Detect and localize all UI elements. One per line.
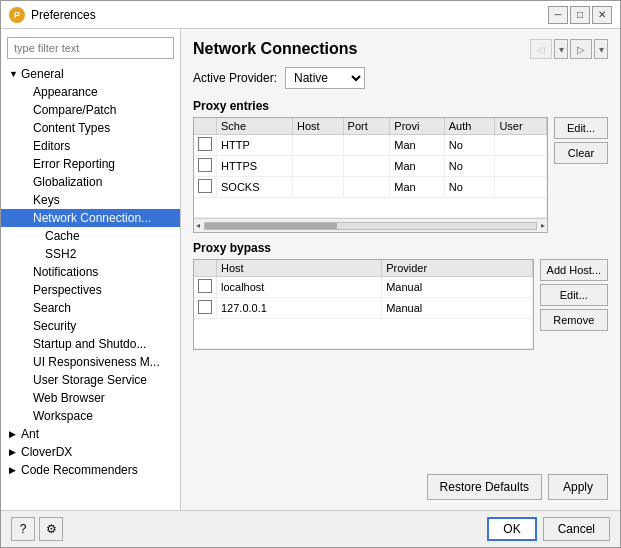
- sidebar-item-search[interactable]: Search: [1, 299, 180, 317]
- row-host: [293, 177, 344, 198]
- table-row: HTTPS Man No: [194, 156, 547, 177]
- sidebar-item-label: SSH2: [45, 247, 176, 261]
- sidebar-item-network-connections[interactable]: Network Connection...: [1, 209, 180, 227]
- preferences-window: P Preferences ─ □ ✕ ▼ General Appearance…: [0, 0, 621, 548]
- proxy-table-scrollbar[interactable]: ◂ ▸: [194, 218, 547, 232]
- bypass-table-wrap: Host Provider localhost Manual: [193, 259, 534, 350]
- bypass-section: Proxy bypass Host Provider: [193, 241, 608, 500]
- sidebar-item-editors[interactable]: Editors: [1, 137, 180, 155]
- bypass-edit-button[interactable]: Edit...: [540, 284, 608, 306]
- row-provider: Man: [390, 156, 444, 177]
- sidebar-item-label: Compare/Patch: [33, 103, 176, 117]
- help-button[interactable]: ?: [11, 517, 35, 541]
- sidebar-item-label: Appearance: [33, 85, 176, 99]
- maximize-button[interactable]: □: [570, 6, 590, 24]
- sidebar-item-label: Perspectives: [33, 283, 176, 297]
- app-icon: P: [9, 7, 25, 23]
- minimize-button[interactable]: ─: [548, 6, 568, 24]
- sidebar-item-label: Ant: [21, 427, 176, 441]
- sidebar-item-compare-patch[interactable]: Compare/Patch: [1, 101, 180, 119]
- row-user: [495, 156, 547, 177]
- row-port: [343, 156, 390, 177]
- sidebar-item-keys[interactable]: Keys: [1, 191, 180, 209]
- proxy-edit-button[interactable]: Edit...: [554, 117, 608, 139]
- sidebar-item-workspace[interactable]: Workspace: [1, 407, 180, 425]
- sidebar-item-notifications[interactable]: Notifications: [1, 263, 180, 281]
- proxy-clear-button[interactable]: Clear: [554, 142, 608, 164]
- row-checkbox[interactable]: [198, 179, 212, 193]
- bypass-table: Host Provider localhost Manual: [194, 260, 533, 349]
- sidebar-item-general[interactable]: ▼ General: [1, 65, 180, 83]
- close-button[interactable]: ✕: [592, 6, 612, 24]
- nav-back-dropdown[interactable]: ▾: [554, 39, 568, 59]
- row-checkbox[interactable]: [198, 137, 212, 151]
- sidebar-item-label: Workspace: [33, 409, 176, 423]
- sidebar-item-label: Keys: [33, 193, 176, 207]
- apply-button[interactable]: Apply: [548, 474, 608, 500]
- settings-button[interactable]: ⚙: [39, 517, 63, 541]
- bypass-checkbox[interactable]: [198, 300, 212, 314]
- expand-arrow: ▶: [9, 465, 21, 475]
- bypass-col-check: [194, 260, 217, 277]
- nav-forward-dropdown[interactable]: ▾: [594, 39, 608, 59]
- col-port: Port: [343, 118, 390, 135]
- bottom-bar: ? ⚙ OK Cancel: [1, 510, 620, 547]
- col-auth: Auth: [444, 118, 495, 135]
- sidebar-item-cloverdx[interactable]: ▶ CloverDX: [1, 443, 180, 461]
- bypass-checkbox[interactable]: [198, 279, 212, 293]
- nav-forward-button[interactable]: ▷: [570, 39, 592, 59]
- row-port: [343, 135, 390, 156]
- row-auth: No: [444, 177, 495, 198]
- panel-title: Network Connections: [193, 40, 357, 58]
- bypass-check-cell: [194, 298, 217, 319]
- sidebar-item-appearance[interactable]: Appearance: [1, 83, 180, 101]
- panel-header: Network Connections ◁ ▾ ▷ ▾: [193, 39, 608, 59]
- scroll-left-icon[interactable]: ◂: [196, 221, 200, 230]
- sidebar-item-ui-responsiveness[interactable]: UI Responsiveness M...: [1, 353, 180, 371]
- sidebar-item-globalization[interactable]: Globalization: [1, 173, 180, 191]
- sidebar-item-label: Content Types: [33, 121, 176, 135]
- cancel-button[interactable]: Cancel: [543, 517, 610, 541]
- sidebar-item-ssh2[interactable]: SSH2: [1, 245, 180, 263]
- bypass-table-row: localhost Manual: [194, 277, 532, 298]
- right-panel: Network Connections ◁ ▾ ▷ ▾ Active Provi…: [181, 29, 620, 510]
- row-checkbox[interactable]: [198, 158, 212, 172]
- bypass-remove-button[interactable]: Remove: [540, 309, 608, 331]
- sidebar-item-startup-shutdown[interactable]: Startup and Shutdo...: [1, 335, 180, 353]
- restore-defaults-button[interactable]: Restore Defaults: [427, 474, 542, 500]
- row-user: [495, 135, 547, 156]
- sidebar-item-label: Network Connection...: [33, 211, 176, 225]
- bypass-add-host-button[interactable]: Add Host...: [540, 259, 608, 281]
- row-scheme: SOCKS: [217, 177, 293, 198]
- ok-button[interactable]: OK: [487, 517, 536, 541]
- expand-arrow: ▶: [9, 447, 21, 457]
- sidebar-item-ant[interactable]: ▶ Ant: [1, 425, 180, 443]
- sidebar-item-label: Notifications: [33, 265, 176, 279]
- bottom-bar-right: OK Cancel: [487, 517, 610, 541]
- active-provider-select[interactable]: Native Direct Manual: [285, 67, 365, 89]
- sidebar-item-cache[interactable]: Cache: [1, 227, 180, 245]
- nav-back-button[interactable]: ◁: [530, 39, 552, 59]
- sidebar-item-security[interactable]: Security: [1, 317, 180, 335]
- row-check-cell: [194, 135, 217, 156]
- row-provider: Man: [390, 177, 444, 198]
- col-user: User: [495, 118, 547, 135]
- sidebar-item-label: Security: [33, 319, 176, 333]
- sidebar-item-user-storage[interactable]: User Storage Service: [1, 371, 180, 389]
- row-check-cell: [194, 156, 217, 177]
- row-check-cell: [194, 177, 217, 198]
- col-check: [194, 118, 217, 135]
- sidebar-item-code-recommenders[interactable]: ▶ Code Recommenders: [1, 461, 180, 479]
- sidebar-item-error-reporting[interactable]: Error Reporting: [1, 155, 180, 173]
- filter-input[interactable]: [7, 37, 174, 59]
- row-auth: No: [444, 156, 495, 177]
- bypass-col-host: Host: [217, 260, 382, 277]
- sidebar-item-web-browser[interactable]: Web Browser: [1, 389, 180, 407]
- col-provider: Provi: [390, 118, 444, 135]
- sidebar-item-label: Startup and Shutdo...: [33, 337, 176, 351]
- row-scheme: HTTP: [217, 135, 293, 156]
- sidebar-item-content-types[interactable]: Content Types: [1, 119, 180, 137]
- scroll-right-icon[interactable]: ▸: [541, 221, 545, 230]
- sidebar-item-label: Editors: [33, 139, 176, 153]
- sidebar-item-perspectives[interactable]: Perspectives: [1, 281, 180, 299]
